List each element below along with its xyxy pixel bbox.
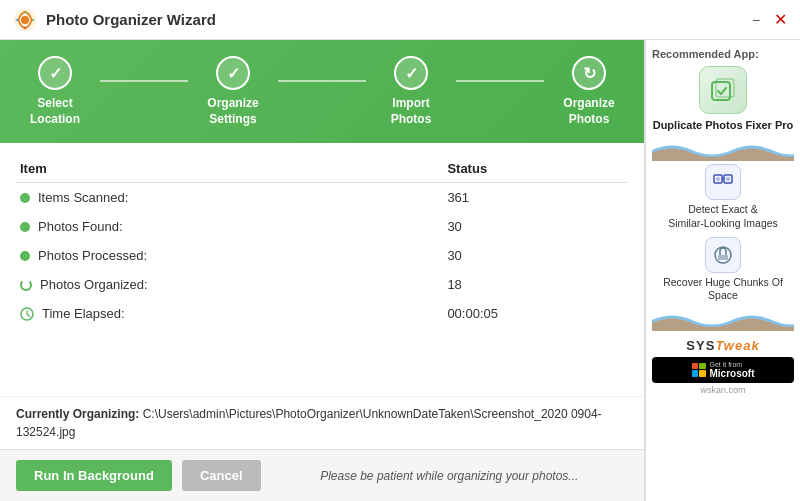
col-item: Item: [16, 155, 443, 183]
table-row: Photos Found:30: [16, 212, 628, 241]
table-row: Time Elapsed:00:00:05: [16, 299, 628, 328]
step-circle-4: ↻: [572, 56, 606, 90]
progress-table: Item Status Items Scanned:361Photos Foun…: [0, 143, 644, 396]
minimize-button[interactable]: −: [748, 12, 764, 28]
row-item-0: Items Scanned:: [16, 183, 443, 212]
status-dot-timer: [20, 307, 34, 321]
svg-point-1: [21, 15, 29, 23]
main-layout: ✓ SelectLocation ✓ OrganizeSettings ✓ Im…: [0, 40, 800, 501]
detect-icon: [705, 164, 741, 200]
step-organize-photos: ↻ OrganizePhotos: [544, 56, 634, 127]
ms-microsoft-label: Microsoft: [710, 368, 755, 379]
cancel-button[interactable]: Cancel: [182, 460, 261, 491]
row-value-2: 30: [443, 241, 628, 270]
ms-get-it-label: Get it from: [710, 361, 743, 368]
step-import-photos: ✓ ImportPhotos: [366, 56, 456, 127]
bottom-bar: Run In Background Cancel Please be patie…: [0, 449, 644, 501]
steps-header: ✓ SelectLocation ✓ OrganizeSettings ✓ Im…: [0, 40, 644, 143]
app-title: Photo Organizer Wizard: [46, 11, 748, 28]
wave-divider-1: [652, 139, 794, 161]
feature-detect-card: Detect Exact &Similar-Looking Images: [652, 164, 794, 230]
row-item-1: Photos Found:: [16, 212, 443, 241]
step-circle-3: ✓: [394, 56, 428, 90]
close-button[interactable]: ✕: [772, 12, 788, 28]
left-panel: ✓ SelectLocation ✓ OrganizeSettings ✓ Im…: [0, 40, 645, 501]
feature-recover-card: Recover Huge Chunks OfSpace: [652, 237, 794, 303]
row-item-2: Photos Processed:: [16, 241, 443, 270]
currently-organizing-label: Currently Organizing:: [16, 407, 139, 421]
step-label-3: ImportPhotos: [391, 96, 432, 127]
row-label-0: Items Scanned:: [38, 190, 128, 205]
svg-point-7: [716, 177, 720, 181]
duplicate-fixer-icon: [699, 66, 747, 114]
title-bar: Photo Organizer Wizard − ✕: [0, 0, 800, 40]
status-message: Please be patient while organizing your …: [271, 469, 628, 483]
row-value-4: 00:00:05: [443, 299, 628, 328]
step-select-location: ✓ SelectLocation: [10, 56, 100, 127]
table-row: Items Scanned:361: [16, 183, 628, 213]
feature-detect-text: Detect Exact &Similar-Looking Images: [668, 203, 778, 230]
status-dot-green: [20, 222, 30, 232]
status-dot-spinning: [20, 279, 32, 291]
svg-point-8: [726, 177, 730, 181]
status-dot-green: [20, 251, 30, 261]
row-item-4: Time Elapsed:: [16, 299, 443, 328]
app-logo: [12, 7, 38, 33]
connector-2: [278, 80, 366, 82]
ms-logo: [692, 363, 706, 377]
step-circle-2: ✓: [216, 56, 250, 90]
table-row: Photos Organized:18: [16, 270, 628, 299]
recover-icon: [705, 237, 741, 273]
row-label-3: Photos Organized:: [40, 277, 148, 292]
step-circle-1: ✓: [38, 56, 72, 90]
row-label-2: Photos Processed:: [38, 248, 147, 263]
currently-organizing: Currently Organizing: C:\Users\admin\Pic…: [0, 396, 644, 449]
recommended-app-title: Recommended App:: [652, 48, 794, 60]
recommended-app-name: Duplicate Photos Fixer Pro: [653, 118, 794, 132]
ms-store-badge[interactable]: Get it from Microsoft: [652, 357, 794, 383]
col-status: Status: [443, 155, 628, 183]
step-label-1: SelectLocation: [30, 96, 80, 127]
step-organize-settings: ✓ OrganizeSettings: [188, 56, 278, 127]
connector-1: [100, 80, 188, 82]
right-panel: Recommended App: Duplicate Photos Fixer …: [645, 40, 800, 501]
run-in-background-button[interactable]: Run In Background: [16, 460, 172, 491]
wave-divider-2: [652, 309, 794, 331]
row-item-3: Photos Organized:: [16, 270, 443, 299]
row-value-0: 361: [443, 183, 628, 213]
watermark: wskan.com: [652, 385, 794, 395]
step-label-2: OrganizeSettings: [207, 96, 258, 127]
connector-3: [456, 80, 544, 82]
step-label-4: OrganizePhotos: [563, 96, 614, 127]
row-label-1: Photos Found:: [38, 219, 123, 234]
row-value-3: 18: [443, 270, 628, 299]
status-dot-green: [20, 193, 30, 203]
row-label-4: Time Elapsed:: [42, 306, 125, 321]
window-controls: − ✕: [748, 12, 788, 28]
row-value-1: 30: [443, 212, 628, 241]
table-row: Photos Processed:30: [16, 241, 628, 270]
systweak-brand: SYSTweak: [652, 338, 794, 353]
recommended-app-card[interactable]: Duplicate Photos Fixer Pro: [652, 66, 794, 132]
feature-recover-text: Recover Huge Chunks OfSpace: [663, 276, 783, 303]
svg-rect-10: [718, 255, 728, 260]
